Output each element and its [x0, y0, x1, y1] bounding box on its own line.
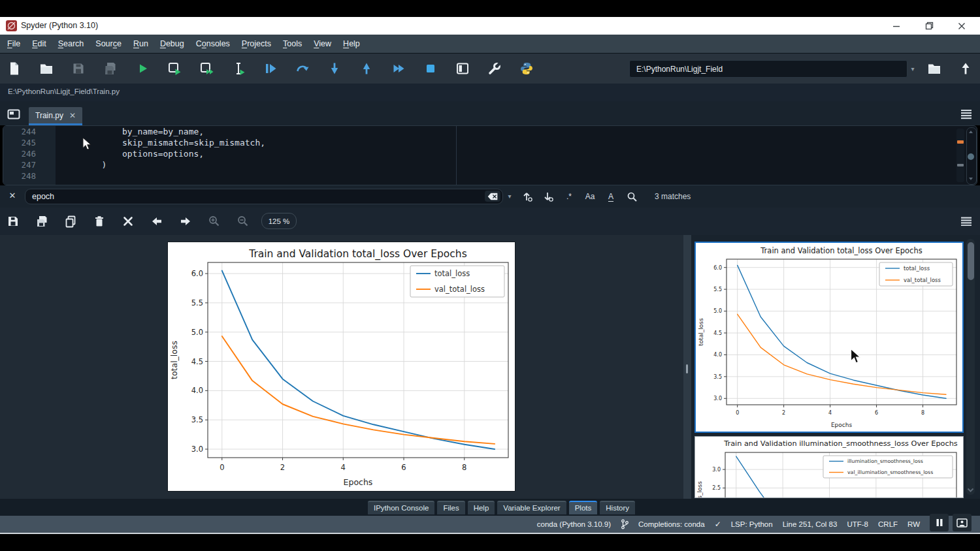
menu-item-debug[interactable]: Debug: [154, 39, 190, 48]
next-plot-button[interactable]: [179, 215, 192, 228]
editor-scrollbar[interactable]: [966, 127, 977, 185]
menu-item-edit[interactable]: Edit: [26, 39, 52, 48]
save-plot-button[interactable]: [7, 215, 20, 228]
workdir-dropdown-icon[interactable]: ▾: [907, 60, 919, 78]
search-icon[interactable]: [623, 189, 640, 204]
line-number: 247: [3, 159, 56, 170]
find-next-button[interactable]: [540, 189, 557, 204]
scrollbar-down-icon[interactable]: [967, 488, 974, 493]
find-close-button[interactable]: ✕: [7, 190, 18, 202]
splitter-handle[interactable]: [686, 364, 688, 373]
pane-tab-variable-explorer[interactable]: Variable Explorer: [497, 501, 566, 514]
run-selection-button[interactable]: [231, 61, 246, 76]
close-button[interactable]: [947, 17, 977, 35]
step-return-button[interactable]: [359, 61, 374, 76]
run-cell-button[interactable]: [167, 61, 182, 76]
pane-tab-help[interactable]: Help: [468, 501, 495, 514]
letterbox-bottom: [0, 534, 980, 551]
save-all-plots-button[interactable]: [35, 215, 48, 228]
scrollbar-thumb[interactable]: [968, 242, 974, 280]
plots-options-menu-icon[interactable]: [958, 213, 975, 228]
new-file-button[interactable]: [7, 61, 22, 76]
menu-item-view[interactable]: View: [308, 39, 337, 48]
stop-button[interactable]: [423, 61, 438, 76]
tab-train-py[interactable]: Train.py ✕: [29, 107, 82, 125]
run-cell-advance-button[interactable]: [199, 61, 214, 76]
menubar: FileEditSearchSourceRunDebugConsolesProj…: [0, 35, 980, 54]
step-into-button[interactable]: [327, 61, 342, 76]
pane-tab-ipython-console[interactable]: IPython Console: [368, 501, 434, 514]
case-sensitive-toggle[interactable]: Aa: [581, 189, 598, 204]
tab-close-icon[interactable]: ✕: [69, 111, 76, 120]
zoom-level-indicator[interactable]: 125 %: [261, 213, 297, 229]
pane-tab-history[interactable]: History: [600, 501, 635, 514]
working-directory-combobox[interactable]: E:\PythonRun\Ligjt_Field: [629, 60, 907, 78]
browse-workdir-button[interactable]: [926, 61, 942, 76]
pane-tab-files[interactable]: Files: [437, 501, 465, 514]
code-editor[interactable]: 244245246247248 by_name=by_name, skip_mi…: [3, 125, 977, 185]
code-line[interactable]: ): [61, 159, 951, 170]
maximize-pane-button[interactable]: [455, 61, 470, 76]
svg-text:0: 0: [736, 410, 739, 416]
svg-text:5.0: 5.0: [713, 308, 722, 314]
zoom-in-button[interactable]: [208, 215, 221, 228]
menu-item-consoles[interactable]: Consoles: [190, 39, 236, 48]
svg-text:4: 4: [341, 463, 346, 472]
restore-button[interactable]: [914, 17, 944, 35]
workdir-up-button[interactable]: [958, 61, 973, 76]
find-clear-icon[interactable]: [485, 191, 500, 202]
remove-all-plots-button[interactable]: [122, 215, 135, 228]
line-number: 248: [3, 170, 56, 181]
find-previous-button[interactable]: [519, 189, 536, 204]
menu-item-search[interactable]: Search: [52, 39, 90, 48]
plots-toolbar: 125 %: [0, 208, 980, 236]
zoom-out-button[interactable]: [237, 215, 250, 228]
debug-file-button[interactable]: [263, 61, 278, 76]
copy-plot-button[interactable]: [64, 215, 77, 228]
code-line[interactable]: by_name=by_name,: [61, 126, 951, 137]
main-plot-figure: 024683.03.54.04.55.05.56.0Train and Vali…: [168, 242, 515, 491]
preferences-wrench-button[interactable]: [487, 61, 502, 76]
save-button[interactable]: [71, 61, 86, 76]
browse-tabs-button[interactable]: [5, 106, 22, 121]
run-button[interactable]: [135, 61, 150, 76]
code-line[interactable]: skip_mismatch=skip_mismatch,: [61, 137, 951, 148]
minimize-button[interactable]: [881, 17, 911, 35]
whole-words-toggle[interactable]: A: [602, 189, 619, 204]
svg-text:3.0: 3.0: [713, 396, 722, 401]
menu-item-file[interactable]: File: [1, 39, 26, 48]
python-path-button[interactable]: [519, 61, 534, 76]
tab-label: Train.py: [35, 111, 63, 120]
open-file-button[interactable]: [39, 61, 54, 76]
step-over-button[interactable]: [295, 61, 310, 76]
code-line[interactable]: options=options,: [61, 148, 951, 159]
pause-button[interactable]: [930, 514, 949, 531]
svg-text:3.0: 3.0: [712, 467, 721, 473]
zoom-level-value: 125 %: [269, 217, 290, 225]
remove-plot-button[interactable]: [93, 215, 106, 228]
pane-splitter[interactable]: [683, 235, 691, 499]
menu-item-run[interactable]: Run: [127, 39, 154, 48]
thumbnails-scrollbar[interactable]: [966, 239, 975, 495]
continue-button[interactable]: [391, 61, 406, 76]
thumbnail-illumination-smoothness-loss[interactable]: 024682.53.0Train and Validation illumina…: [694, 436, 964, 498]
menu-item-tools[interactable]: Tools: [277, 39, 308, 48]
menu-item-projects[interactable]: Projects: [236, 39, 277, 48]
svg-text:8: 8: [462, 463, 466, 472]
find-input[interactable]: [25, 189, 503, 204]
code-area[interactable]: by_name=by_name, skip_mismatch=skip_mism…: [61, 126, 951, 185]
find-history-dropdown-icon[interactable]: ▾: [504, 191, 515, 202]
thumbnail-total-loss[interactable]: 024683.03.54.04.55.05.56.0Train and Vali…: [694, 242, 964, 433]
status-completions: Completions: conda: [638, 520, 705, 528]
screen-share-button[interactable]: [953, 514, 972, 531]
menu-item-source[interactable]: Source: [90, 39, 127, 48]
menu-item-help[interactable]: Help: [337, 39, 366, 48]
previous-plot-button[interactable]: [150, 215, 163, 228]
pane-tab-plots[interactable]: Plots: [569, 501, 598, 514]
svg-text:4.0: 4.0: [713, 352, 722, 358]
code-line[interactable]: [61, 170, 951, 181]
save-all-button[interactable]: [103, 61, 118, 76]
editor-options-menu-icon[interactable]: [958, 106, 975, 121]
svg-text:total_loss: total_loss: [434, 269, 470, 278]
regex-toggle[interactable]: .*: [561, 189, 578, 204]
